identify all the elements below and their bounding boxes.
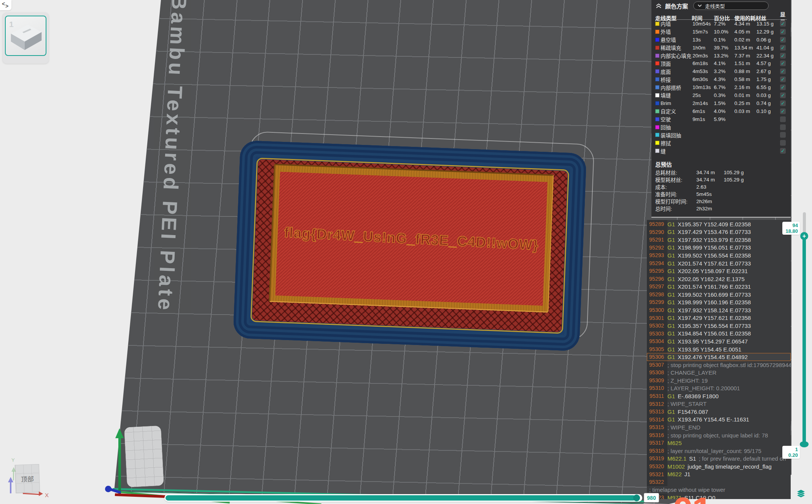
show-checkbox[interactable]: ✓	[780, 84, 786, 90]
gcode-params: X201.574 Y157.621 E.07733	[678, 260, 751, 267]
gcode-line[interactable]: 95312; WIPE_START	[647, 400, 791, 408]
gcode-line[interactable]: 95289G1X195.357 Y152.409 E.02358	[647, 220, 791, 228]
collapse-panel-icon[interactable]	[655, 3, 662, 9]
bottom-layer-number: 1	[784, 447, 798, 452]
gcode-line-number: 95289	[647, 220, 667, 228]
gcode-line[interactable]: 95305G1X193.95 Y154.45 E.0051	[647, 345, 791, 353]
prime-tower[interactable]	[124, 426, 164, 488]
gcode-line[interactable]: 95295G1X202.05 Y158.097 E.02231	[647, 267, 791, 275]
gcode-line[interactable]: 95310; LAYER_HEIGHT: 0.200001	[647, 384, 791, 392]
time-value: 20m3s	[693, 53, 714, 59]
layer-slider-bottom-handle[interactable]	[800, 441, 809, 447]
show-checkbox[interactable]: ✓	[780, 76, 786, 82]
gcode-move-slider[interactable]	[164, 494, 642, 502]
gcode-line[interactable]: 95308; CHANGE_LAYER	[647, 369, 791, 377]
weight-value: 41.04 g	[756, 45, 780, 51]
gcode-command: G1	[667, 354, 675, 360]
gcode-command: G1	[667, 283, 675, 290]
gcode-line[interactable]: 95309; Z_HEIGHT: 19	[647, 377, 791, 385]
show-checkbox[interactable]: ✓	[780, 68, 786, 74]
weight-value: 4.57 g	[756, 60, 780, 66]
show-checkbox[interactable]	[780, 116, 786, 122]
gcode-line[interactable]: 95314G1X193.476 Y154.45 E-.11631	[647, 416, 791, 424]
gcode-line[interactable]: 95294G1X201.574 Y157.621 E.07733	[647, 259, 791, 267]
plate-thumbnail[interactable]: 1	[5, 16, 46, 56]
length-value: 0.01 m	[734, 92, 756, 98]
gcode-line[interactable]: 95318; layer num/total_layer_count: 95/1…	[647, 447, 791, 455]
nav-cube[interactable]: 顶部	[15, 464, 40, 493]
gcode-line-number: 95296	[647, 275, 667, 283]
gcode-line[interactable]: 95291G1X197.932 Y153.979 E.02358	[647, 236, 791, 244]
gcode-line[interactable]: 95303G1X194.854 Y156.051 E.02358	[647, 330, 791, 338]
layers-icon[interactable]	[796, 488, 806, 499]
gcode-command: G1	[667, 346, 675, 353]
sliced-model[interactable]: flag{Dr4W_Us!nG_fR3E_C4D!!wOW}	[233, 140, 586, 351]
gcode-line[interactable]: 95307; stop printing object flagbox.stl …	[647, 361, 791, 369]
total-label: 准备时间:	[655, 190, 696, 198]
total-value-1: 34.74 m	[696, 177, 724, 183]
nav-cube-z-axis	[10, 482, 11, 493]
gcode-line[interactable]: 95298G1X199.502 Y160.699 E.07733	[647, 291, 791, 299]
legend-row: 填缝25s0.3%0.01 m0.03 g✓	[655, 91, 787, 99]
gcode-line[interactable]: 95306G1X192.476 Y154.45 E.04892	[647, 353, 791, 361]
gcode-line[interactable]: 95304G1X193.95 Y154.297 E.06547	[647, 337, 791, 345]
weight-value: 13.15 g	[756, 21, 780, 27]
gcode-line[interactable]: 95317M625	[647, 439, 791, 447]
plate-thumbnail-card[interactable]: 1	[3, 13, 49, 64]
show-checkbox[interactable]	[780, 124, 786, 130]
line-type-swatch	[655, 61, 659, 65]
gcode-viewer[interactable]: 95289G1X195.357 Y152.409 E.0235895290G1X…	[647, 220, 791, 499]
percent-value: 1.5%	[714, 100, 734, 106]
gcode-line[interactable]: 95322	[647, 478, 791, 486]
show-checkbox[interactable]: ✓	[780, 53, 786, 59]
show-checkbox[interactable]: ✓	[780, 29, 786, 35]
gcode-line[interactable]: 95319M622.1S1; for prev firware, default…	[647, 455, 791, 463]
view-type-dropdown[interactable]: 走线类型	[693, 2, 769, 10]
gcode-move-slider-handle[interactable]	[633, 494, 640, 501]
layer-slider-track[interactable]	[802, 236, 806, 444]
line-type-label: 空驶	[661, 115, 693, 123]
gcode-line[interactable]: 95299G1X198.999 Y160.196 E.02358	[647, 298, 791, 306]
gcode-line[interactable]: 95320M1002judge_flag timelapse_record_fl…	[647, 463, 791, 471]
line-type-swatch	[655, 149, 659, 153]
gcode-line[interactable]: 95292G1X198.999 Y156.051 E.07733	[647, 244, 791, 252]
dropdown-value: 走线类型	[705, 2, 725, 10]
layer-slider-top-handle[interactable]: +	[800, 232, 808, 240]
gcode-line[interactable]: 95302G1X195.357 Y156.554 E.07733	[647, 322, 791, 330]
gcode-comment: ; Z_HEIGHT: 19	[667, 377, 708, 384]
gcode-line[interactable]: 95293G1X199.502 Y156.554 E.02358	[647, 251, 791, 259]
gcode-line[interactable]: 95316; stop printing object, unique labe…	[647, 431, 791, 439]
gcode-line[interactable]: 95313G1F15476.087	[647, 408, 791, 416]
nav-cube-y-arrowhead	[11, 467, 16, 472]
gcode-line[interactable]: 95315; WIPE_END	[647, 423, 791, 431]
gcode-params: X192.476 Y154.45 E.04892	[678, 354, 748, 360]
show-checkbox[interactable]: ✓	[780, 60, 786, 66]
gcode-line[interactable]: 95296G1X202.05 Y162.242 E.1375	[647, 275, 791, 283]
show-checkbox[interactable]: ✓	[780, 92, 786, 98]
gcode-line-number: 95301	[647, 314, 667, 322]
gcode-line[interactable]: 95300G1X197.932 Y158.124 E.07733	[647, 306, 791, 314]
gcode-command: G1	[667, 221, 675, 227]
flag-embossed-text: flag{Dr4W_Us!nG_fR3E_C4D!!wOW}	[275, 170, 548, 307]
gcode-line[interactable]: 95321M622J1	[647, 471, 791, 479]
gcode-line[interactable]: 95290G1X197.429 Y153.476 E.07733	[647, 228, 791, 236]
show-checkbox[interactable]: ✓	[780, 100, 786, 106]
gcode-line[interactable]: 95311G1E-.68369 F1800	[647, 392, 791, 400]
line-type-swatch	[655, 141, 659, 145]
gcode-params: X197.932 Y153.979 E.02358	[678, 237, 751, 243]
gcode-params: X199.502 Y160.699 E.07733	[678, 291, 751, 298]
gcode-line[interactable]: 95323M971S11 C10 O0	[647, 494, 791, 499]
show-checkbox[interactable]: ✓	[780, 37, 786, 43]
gcode-line[interactable]: 95297G1X201.574 Y161.766 E.02231	[647, 283, 791, 291]
show-checkbox[interactable]	[780, 140, 786, 146]
gcode-line[interactable]: ; timelapse without wipe tower	[647, 486, 791, 494]
show-checkbox[interactable]	[780, 132, 786, 138]
show-checkbox[interactable]: ✓	[780, 108, 786, 114]
sidebar-toggle-button[interactable]: < >	[0, 0, 11, 10]
show-checkbox[interactable]: ✓	[780, 45, 786, 51]
gcode-line[interactable]: 95301G1X197.429 Y157.621 E.02358	[647, 314, 791, 322]
show-checkbox[interactable]: ✓	[780, 148, 786, 154]
gcode-line-number: 95309	[647, 377, 667, 385]
show-checkbox[interactable]: ✓	[780, 21, 786, 27]
layer-slider-track-upper[interactable]	[803, 212, 806, 234]
